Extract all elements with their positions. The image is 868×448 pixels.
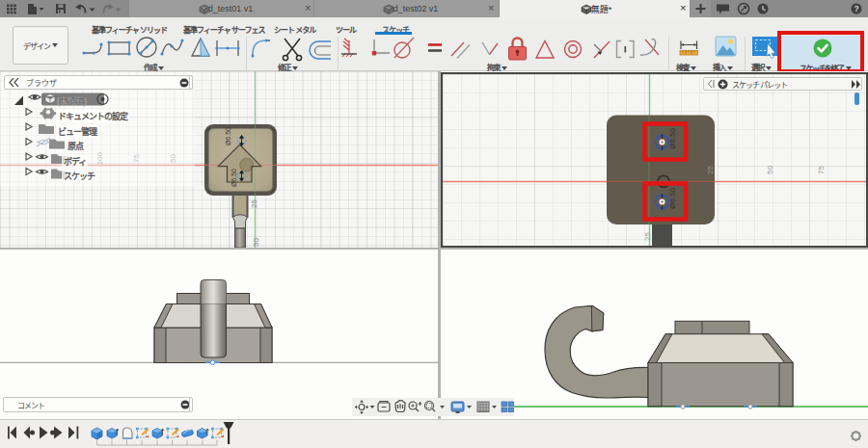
- svg-text:?: ?: [854, 4, 858, 13]
